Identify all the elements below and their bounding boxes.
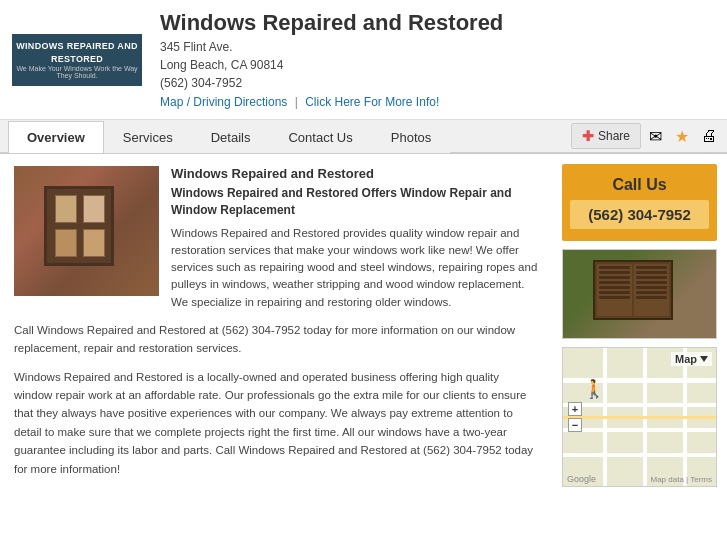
tab-photos[interactable]: Photos [372,121,450,153]
share-label: Share [598,129,630,143]
phone: (562) 304-7952 [160,74,715,92]
slat [636,266,667,269]
biz-subtitle: Windows Repaired and Restored Offers Win… [171,185,538,219]
print-icon[interactable]: 🖨 [701,127,719,145]
shutter-left [597,264,632,316]
tab-contact-us[interactable]: Contact Us [269,121,371,153]
slat [599,296,630,299]
map-road [563,428,716,432]
slat [599,291,630,294]
sidebar-phone[interactable]: (562) 304-7952 [570,200,709,229]
call-section: Call Windows Repaired and Restored at (5… [14,321,538,358]
slat [599,286,630,289]
map-terms: Map data | Terms [650,475,712,484]
map-person-icon: 🚶 [583,378,605,400]
side-photo [562,249,717,339]
call-text: Call Windows Repaired and Restored at (5… [14,321,538,358]
zoom-out-button[interactable]: − [568,418,582,432]
map-container[interactable]: Map 🚶 + − Google Map data | Terms [562,347,717,487]
map-zoom-controls: + − [568,402,582,432]
slat [636,286,667,289]
map-label-text: Map [675,353,697,365]
tab-details[interactable]: Details [192,121,270,153]
header-links: Map / Driving Directions | Click Here Fo… [160,95,715,109]
share-icon: ✚ [582,128,594,144]
map-highlight-road [563,416,716,419]
address-line2: Long Beach, CA 90814 [160,56,715,74]
slat [599,281,630,284]
tab-services[interactable]: Services [104,121,192,153]
window-pane-br [83,229,105,257]
window-pane-tr [83,195,105,223]
logo: WINDOWS REPAIRED AND RESTORED We Make Yo… [12,34,142,86]
slat [636,291,667,294]
map-link[interactable]: Map / Driving Directions [160,95,287,109]
email-icon[interactable]: ✉ [649,127,667,145]
zoom-in-button[interactable]: + [568,402,582,416]
call-us-label: Call Us [570,176,709,194]
sidebar: Call Us (562) 304-7952 [552,154,727,545]
map-dropdown-icon[interactable] [700,356,708,362]
slat [636,281,667,284]
call-us-box: Call Us (562) 304-7952 [562,164,717,241]
company-title: Windows Repaired and Restored [160,10,715,36]
map-label: Map [671,352,712,366]
slat [636,296,667,299]
window-pane-bl [55,229,77,257]
link-separator: | [295,95,298,109]
header: WINDOWS REPAIRED AND RESTORED We Make Yo… [0,0,727,120]
logo-text: WINDOWS REPAIRED AND RESTORED [16,40,138,65]
address-line1: 345 Flint Ave. [160,38,715,56]
biz-desc: Windows Repaired and Restored provides q… [171,225,538,311]
header-info: Windows Repaired and Restored 345 Flint … [160,10,715,109]
window-pane-tl [55,195,77,223]
slat [599,271,630,274]
brick-wall [14,166,159,296]
slat [599,276,630,279]
locally-section: Windows Repaired and Restored is a local… [14,368,538,478]
map-road [563,403,716,407]
share-button[interactable]: ✚ Share [571,123,641,149]
tab-overview[interactable]: Overview [8,121,104,153]
content-area: Windows Repaired and Restored Windows Re… [0,154,552,545]
shutter-right [634,264,669,316]
star-icon[interactable]: ★ [675,127,693,145]
header-address: 345 Flint Ave. Long Beach, CA 90814 (562… [160,38,715,92]
slat [636,276,667,279]
shutters [593,260,673,320]
locally-text: Windows Repaired and Restored is a local… [14,368,538,478]
slat [599,266,630,269]
slat [636,271,667,274]
nav-icons: ✉ ★ 🖨 [649,127,719,145]
logo-tagline: We Make Your Windows Work the Way They S… [16,65,138,79]
nav-bar: Overview Services Details Contact Us Pho… [0,120,727,154]
content-top: Windows Repaired and Restored Windows Re… [14,166,538,311]
biz-title: Windows Repaired and Restored [171,166,538,181]
window-frame [44,186,114,266]
content-text-top: Windows Repaired and Restored Windows Re… [171,166,538,311]
map-road [563,453,716,457]
main-content: Windows Repaired and Restored Windows Re… [0,154,727,545]
building-photo [14,166,159,296]
google-logo: Google [567,474,596,484]
more-info-link[interactable]: Click Here For More Info! [305,95,439,109]
nav-right: ✚ Share ✉ ★ 🖨 [571,123,719,149]
